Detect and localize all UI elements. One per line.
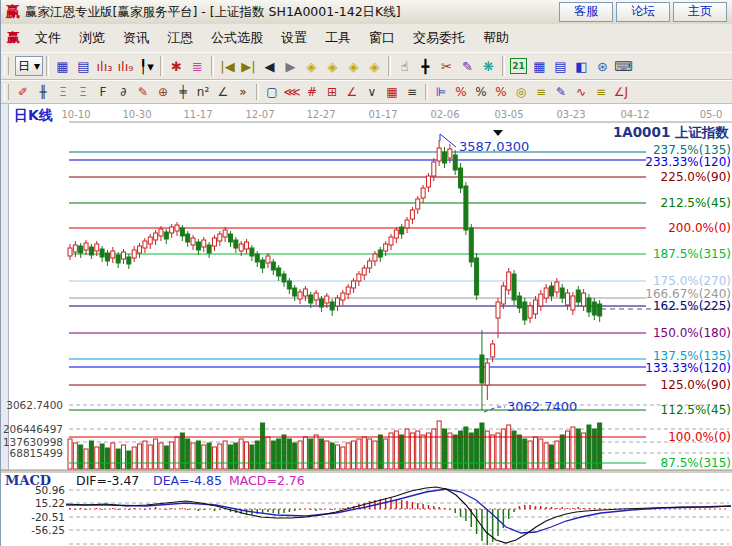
macd-macd-value: MACD=2.76 — [229, 473, 305, 488]
candle-body — [576, 290, 580, 302]
volume-bar — [212, 447, 216, 469]
calculator-icon[interactable]: ▦ — [529, 57, 550, 76]
red-pen-icon[interactable]: ✎ — [133, 84, 153, 101]
zigzag-icon[interactable]: ∨ — [362, 84, 382, 101]
more-tools-icon[interactable]: » — [233, 84, 253, 101]
percent-slope-icon[interactable]: % — [451, 84, 471, 101]
price-grid-icon[interactable]: ╪ — [173, 84, 193, 101]
jump-up-icon[interactable]: ◈ — [343, 57, 364, 76]
period-day-button[interactable]: 日 ▾ — [15, 56, 43, 76]
time-cycle-icon[interactable]: ⊕ — [153, 84, 173, 101]
spiral-icon[interactable]: ∂ — [113, 84, 133, 101]
bars-3-icon[interactable]: ılı₃ — [94, 57, 115, 76]
gold-lines-icon[interactable]: ≡ — [531, 84, 551, 101]
macd-scale-label: 15.22 — [35, 497, 65, 509]
fan-lines-icon[interactable]: ⋘ — [282, 84, 302, 101]
symbol-label: 1A0001 上证指数 — [613, 124, 730, 140]
menu-item-6[interactable]: 设置 — [272, 26, 316, 50]
save-icon[interactable]: ◧ — [571, 57, 592, 76]
calendar-21-icon[interactable]: 21 — [508, 57, 529, 76]
volume-bar — [234, 443, 238, 469]
percent-icon[interactable]: % — [471, 84, 491, 101]
macd-indicator-label[interactable]: MACD — [5, 473, 51, 488]
prev-icon[interactable]: ◀ — [259, 57, 280, 76]
volume-bar — [127, 451, 131, 469]
scale-ruler-icon[interactable]: ⊫ — [431, 84, 451, 101]
exrights-icon[interactable]: ✱ — [166, 57, 187, 76]
home-button[interactable]: 主页 — [673, 2, 727, 22]
volume-bar — [73, 443, 77, 469]
left-scale-label: 68815499 — [10, 447, 63, 459]
parallel-lines-icon[interactable]: ≡ — [402, 84, 422, 101]
grid-box-icon[interactable]: ⊞ — [322, 84, 342, 101]
crosshair-icon[interactable]: ╋ — [415, 57, 436, 76]
peak-marker-icon — [493, 130, 503, 136]
draw-tool-icon[interactable]: ✎ — [457, 57, 478, 76]
golden-section-icon[interactable]: Ξ — [53, 84, 73, 101]
volume-bar — [223, 441, 227, 469]
n-square-icon[interactable]: n² — [193, 84, 213, 101]
globe-icon[interactable]: ⊛ — [592, 57, 613, 76]
notepad-icon[interactable]: ▤ — [550, 57, 571, 76]
menu-item-9[interactable]: 交易委托 — [404, 26, 474, 50]
jump-down-icon[interactable]: ◈ — [364, 57, 385, 76]
menu-item-5[interactable]: 公式选股 — [202, 26, 272, 50]
volume-bar — [426, 433, 430, 469]
gann-grid-icon[interactable]: ╫ — [33, 84, 53, 101]
service-button[interactable]: 客服 — [559, 2, 613, 22]
candle-body — [127, 257, 131, 264]
volume-bar — [550, 445, 554, 469]
menu-item-8[interactable]: 窗口 — [360, 26, 404, 50]
menu-item-2[interactable]: 浏览 — [70, 26, 114, 50]
gann-line-label: 133.33%(120) — [645, 361, 731, 375]
j-angle-icon[interactable]: ∠J — [611, 84, 631, 101]
menu-item-10[interactable]: 帮助 — [474, 26, 518, 50]
candle-body — [346, 287, 350, 294]
menu-item-4[interactable]: 江恩 — [158, 26, 202, 50]
toolbar-grip[interactable] — [4, 84, 9, 99]
toolbar-separator — [502, 56, 505, 76]
f10-info-icon[interactable]: ▤ — [73, 57, 94, 76]
hand-tool-icon[interactable]: ☝ — [394, 57, 415, 76]
wave-icon[interactable]: ∿ — [571, 84, 591, 101]
gann-box-icon[interactable]: # — [302, 84, 322, 101]
brush-icon[interactable]: ✐ — [13, 84, 33, 101]
volume-bar — [341, 447, 345, 469]
chip-distribution-icon[interactable]: ≣ — [187, 57, 208, 76]
percent-line-icon[interactable]: % — [491, 84, 511, 101]
gold-lines2-icon[interactable]: ≡ — [591, 84, 611, 101]
red-grid2-icon[interactable]: ▦ — [382, 84, 402, 101]
fibonacci-icon[interactable]: F — [93, 84, 113, 101]
angle-fan-icon[interactable]: ∠ — [342, 84, 362, 101]
last-page-icon[interactable]: ▶| — [238, 57, 259, 76]
gold-circle-icon[interactable]: ◎ — [511, 84, 531, 101]
candle-body — [373, 254, 377, 261]
menu-item-7[interactable]: 工具 — [316, 26, 360, 50]
candle-body — [555, 282, 559, 292]
formula-icon[interactable]: ❋ — [478, 57, 499, 76]
volume-bar — [582, 433, 586, 469]
volume-bar — [453, 435, 457, 469]
jump-left-icon[interactable]: ◈ — [301, 57, 322, 76]
region-stat-icon[interactable]: ✂ — [436, 57, 457, 76]
workstation-icon[interactable]: ⌨ — [613, 57, 634, 76]
menu-item-3[interactable]: 资讯 — [114, 26, 158, 50]
single-candle-icon[interactable]: ╿▾ — [136, 57, 157, 76]
menu-item-1[interactable]: 文件 — [26, 26, 70, 50]
forum-button[interactable]: 论坛 — [616, 2, 670, 22]
jump-right-icon[interactable]: ◈ — [322, 57, 343, 76]
candle-body — [293, 288, 297, 296]
candle-body — [138, 246, 142, 253]
candle-body — [448, 149, 452, 158]
toolbar-grip[interactable] — [4, 57, 9, 75]
angle-line-icon[interactable]: ∠ — [213, 84, 233, 101]
rect-tool-icon[interactable]: ▢ — [262, 84, 282, 101]
candle-body — [186, 234, 190, 242]
marker-pen-icon[interactable]: ✎ — [551, 84, 571, 101]
next-icon[interactable]: ▶ — [280, 57, 301, 76]
candle-body — [378, 250, 382, 257]
first-page-icon[interactable]: |◀ — [217, 57, 238, 76]
bars-9-icon[interactable]: ılı₉ — [115, 57, 136, 76]
golden-section2-icon[interactable]: Ξ — [73, 84, 93, 101]
multi-window-icon[interactable]: ▦ — [52, 57, 73, 76]
